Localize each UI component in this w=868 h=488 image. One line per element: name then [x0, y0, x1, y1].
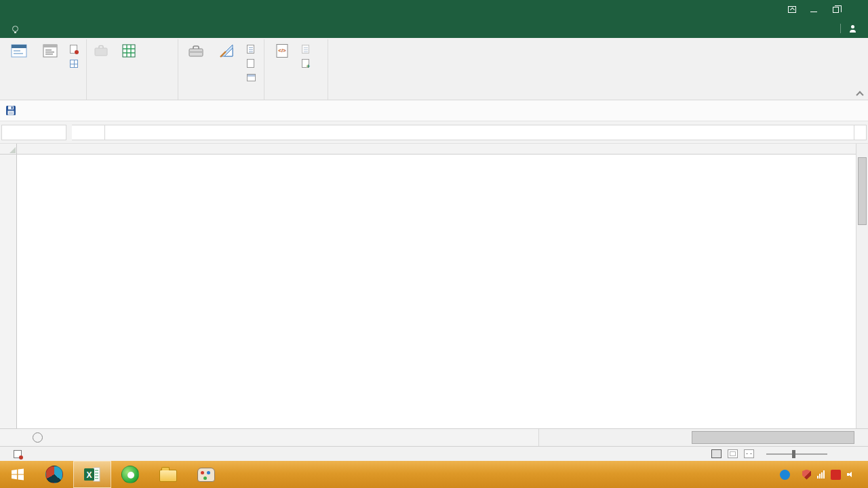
windows-logo-icon	[11, 468, 24, 481]
properties-button[interactable]	[247, 43, 259, 55]
insert-control-button[interactable]	[180, 41, 212, 86]
unikey-icon[interactable]	[831, 470, 841, 480]
view-page-layout-button[interactable]	[728, 449, 738, 458]
xml-source-icon: </>	[274, 43, 290, 59]
com-add-ins-button[interactable]	[144, 41, 176, 86]
view-page-break-button[interactable]	[744, 449, 754, 458]
group-label-code	[3, 89, 84, 100]
save-icon	[5, 105, 16, 116]
ribbon-group-addins	[87, 39, 178, 100]
v-scroll-down-button[interactable]	[856, 418, 868, 428]
network-signal-icon[interactable]	[817, 470, 825, 479]
expansion-packs-icon	[302, 59, 309, 68]
sheet-tab-bar	[0, 428, 868, 446]
close-button[interactable]	[846, 0, 868, 19]
tell-me-box[interactable]	[12, 19, 22, 38]
volume-icon[interactable]	[847, 470, 855, 479]
formula-input[interactable]	[105, 125, 854, 140]
paint-app-button[interactable]	[187, 461, 225, 488]
name-box[interactable]	[1, 125, 66, 140]
restore-button[interactable]	[825, 0, 846, 19]
ribbon-group-controls	[178, 39, 264, 100]
com-add-ins-gear-icon	[152, 43, 168, 59]
worksheet-area	[0, 144, 868, 428]
refresh-data-button[interactable]	[302, 72, 313, 83]
export-button[interactable]	[319, 58, 323, 69]
lightbulb-icon	[12, 26, 18, 32]
run-dialog-icon	[247, 74, 256, 81]
v-scroll-thumb[interactable]	[858, 157, 867, 225]
status-bar-right	[711, 449, 868, 458]
use-relative-references-button[interactable]	[70, 58, 81, 69]
h-scroll-thumb[interactable]	[692, 431, 854, 444]
security-shield-icon[interactable]	[802, 470, 811, 480]
expansion-packs-button[interactable]	[302, 58, 313, 69]
zoom-slider[interactable]	[766, 453, 827, 455]
ribbon-display-options-button[interactable]	[781, 0, 803, 19]
formula-buttons	[72, 125, 105, 140]
macro-record-icon[interactable]	[14, 450, 22, 458]
share-person-icon	[849, 25, 856, 33]
map-properties-icon	[302, 45, 309, 54]
browser-app-button[interactable]	[35, 461, 73, 488]
v-scroll-up-button[interactable]	[856, 144, 868, 155]
map-properties-button[interactable]	[302, 43, 313, 55]
excel-add-ins-button[interactable]	[113, 41, 144, 86]
new-sheet-button[interactable]	[27, 429, 47, 446]
design-mode-button[interactable]	[212, 41, 243, 86]
help-icon[interactable]	[780, 470, 790, 480]
coc-coc-browser-button[interactable]	[111, 461, 149, 488]
select-all-corner[interactable]	[0, 144, 17, 154]
add-ins-button[interactable]	[89, 41, 113, 86]
ribbon-group-xml: </>	[264, 39, 328, 100]
add-ins-icon	[93, 43, 109, 59]
start-button[interactable]	[0, 461, 35, 488]
source-button[interactable]: </>	[267, 41, 298, 86]
svg-text:X: X	[86, 470, 92, 480]
excel-taskbar-button[interactable]: X	[73, 461, 111, 488]
insert-toolbox-icon	[188, 43, 204, 59]
formula-bar-expand-button[interactable]	[854, 125, 867, 140]
view-normal-button[interactable]	[711, 449, 722, 458]
sheet-bar-spacer	[47, 429, 530, 446]
minimize-button[interactable]	[803, 0, 825, 19]
view-code-icon	[247, 59, 254, 68]
column-header-row	[0, 144, 868, 155]
group-label-addins	[89, 89, 176, 100]
properties-icon	[247, 45, 254, 54]
zoom-slider-thumb[interactable]	[792, 450, 795, 458]
share-button[interactable]	[849, 25, 860, 33]
minimize-icon	[810, 12, 817, 12]
macro-security-button[interactable]	[70, 72, 81, 83]
ribbon-group-code	[1, 39, 87, 100]
ribbon-display-options-icon	[788, 6, 796, 13]
record-macro-button[interactable]	[70, 43, 81, 55]
tab-splitter-handle[interactable]	[530, 429, 538, 446]
status-bar	[0, 446, 868, 461]
macros-button[interactable]	[35, 41, 66, 86]
run-dialog-button[interactable]	[247, 72, 259, 83]
system-tray	[774, 461, 868, 488]
import-button[interactable]	[319, 43, 323, 55]
view-code-button[interactable]	[247, 58, 259, 69]
visual-basic-icon	[11, 43, 27, 59]
taskbar: X	[0, 461, 868, 488]
h-scroll-track[interactable]	[550, 429, 857, 446]
sheet-nav-next-button[interactable]	[14, 429, 27, 446]
new-sheet-icon	[33, 432, 43, 443]
file-explorer-icon	[159, 470, 177, 482]
collapse-ribbon-button[interactable]	[856, 90, 863, 96]
save-button[interactable]	[5, 105, 16, 116]
formula-bar-row	[0, 121, 868, 144]
grid-rows[interactable]	[17, 155, 868, 428]
h-scrollbar[interactable]	[538, 429, 868, 446]
visual-basic-button[interactable]	[3, 41, 35, 86]
paint-palette-icon	[197, 468, 215, 482]
record-macro-icon	[70, 45, 77, 54]
ribbon: </>	[0, 38, 868, 100]
ribbon-tab-bar	[0, 19, 868, 38]
file-explorer-button[interactable]	[149, 461, 187, 488]
excel-add-ins-icon	[121, 43, 137, 59]
sheet-nav-prev-button[interactable]	[0, 429, 14, 446]
v-scrollbar[interactable]	[856, 144, 868, 428]
